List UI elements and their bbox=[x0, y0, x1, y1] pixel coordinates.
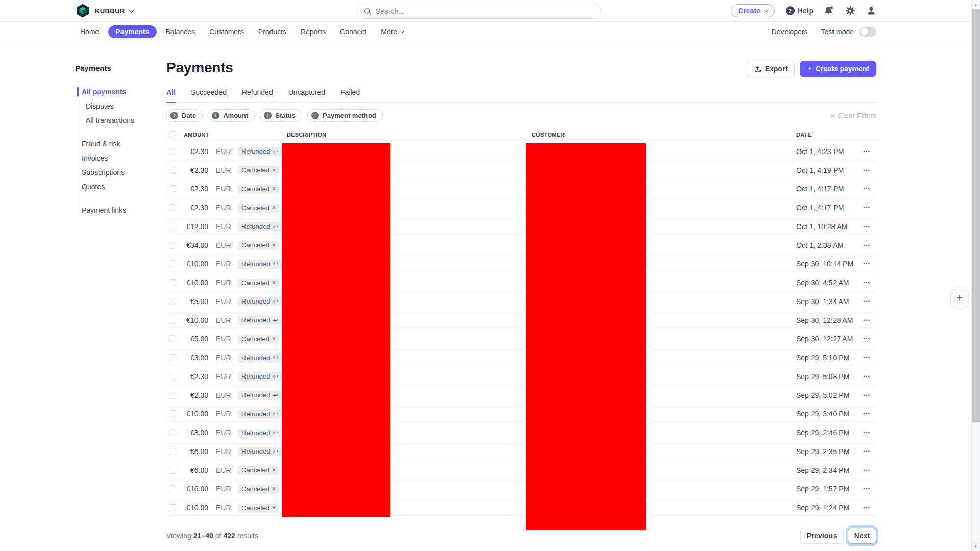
table-row[interactable]: €34.00EURCanceled×Oct 1, 2:38 AM••• bbox=[166, 236, 876, 255]
row-menu-button[interactable]: ••• bbox=[857, 280, 876, 285]
row-checkbox[interactable] bbox=[169, 298, 176, 305]
create-payment-button[interactable]: + Create payment bbox=[800, 61, 876, 77]
row-checkbox[interactable] bbox=[169, 185, 176, 192]
table-row[interactable]: €10.00EURRefunded↩Sep 30, 10:14 PM••• bbox=[166, 255, 876, 274]
row-menu-button[interactable]: ••• bbox=[857, 411, 876, 416]
notifications-button[interactable] bbox=[824, 6, 835, 16]
next-button[interactable]: Next bbox=[848, 528, 876, 544]
row-menu-button[interactable]: ••• bbox=[857, 243, 876, 248]
row-menu-button[interactable]: ••• bbox=[857, 261, 876, 266]
table-row[interactable]: €6.00EURCanceled×Sep 29, 2:34 PM••• bbox=[166, 461, 876, 480]
account-switcher[interactable]: KUBBUR bbox=[75, 3, 133, 18]
filter-chip-payment-method[interactable]: +Payment method bbox=[307, 109, 383, 122]
row-menu-button[interactable]: ••• bbox=[857, 224, 876, 229]
nav-item-balances[interactable]: Balances bbox=[161, 25, 201, 38]
row-checkbox[interactable] bbox=[169, 467, 176, 474]
sidebar-item-all-transactions[interactable]: All transactions bbox=[82, 113, 166, 128]
table-row[interactable]: €2.30EURRefunded↩Oct 1, 4:23 PM••• bbox=[166, 142, 876, 161]
row-checkbox[interactable] bbox=[169, 260, 176, 267]
table-row[interactable]: €10.00EURRefunded↩Sep 30, 12:28 AM••• bbox=[166, 311, 876, 330]
row-checkbox[interactable] bbox=[169, 148, 176, 155]
row-checkbox[interactable] bbox=[169, 223, 176, 230]
row-checkbox[interactable] bbox=[169, 448, 176, 455]
row-menu-button[interactable]: ••• bbox=[857, 486, 876, 491]
table-row[interactable]: €12.00EURRefunded↩Oct 1, 10:28 AM••• bbox=[166, 217, 876, 236]
tab-succeeded[interactable]: Succeeded bbox=[191, 88, 227, 102]
scroll-down-arrow[interactable]: ▼ bbox=[972, 542, 980, 550]
row-menu-button[interactable]: ••• bbox=[857, 205, 876, 210]
tab-refunded[interactable]: Refunded bbox=[242, 88, 273, 102]
row-menu-button[interactable]: ••• bbox=[857, 336, 876, 341]
row-menu-button[interactable]: ••• bbox=[857, 149, 876, 154]
table-row[interactable]: €2.30EURRefunded↩Sep 29, 5:08 PM••• bbox=[166, 367, 876, 386]
filter-chip-amount[interactable]: +Amount bbox=[208, 109, 255, 122]
table-row[interactable]: €10.00EURCanceled×Sep 30, 4:52 AM••• bbox=[166, 273, 876, 292]
table-row[interactable]: €2.30EURCanceled×Oct 1, 4:19 PM••• bbox=[166, 161, 876, 180]
filter-chip-status[interactable]: +Status bbox=[260, 109, 302, 122]
row-checkbox[interactable] bbox=[169, 410, 176, 417]
nav-item-more[interactable]: More bbox=[376, 25, 409, 38]
table-row[interactable]: €16.00EURCanceled×Sep 29, 1:57 PM••• bbox=[166, 480, 876, 499]
row-menu-button[interactable]: ••• bbox=[857, 468, 876, 473]
account-menu-button[interactable] bbox=[866, 6, 876, 16]
row-checkbox[interactable] bbox=[169, 392, 176, 399]
nav-item-home[interactable]: Home bbox=[75, 25, 104, 38]
row-menu-button[interactable]: ••• bbox=[857, 374, 876, 379]
test-mode-toggle[interactable] bbox=[859, 27, 876, 37]
row-checkbox[interactable] bbox=[169, 279, 176, 286]
row-checkbox[interactable] bbox=[169, 167, 176, 174]
floating-add-button[interactable]: + bbox=[950, 289, 969, 307]
tab-uncaptured[interactable]: Uncaptured bbox=[288, 88, 325, 102]
sidebar-item-subscriptions[interactable]: Subscriptions bbox=[82, 165, 166, 180]
scrollbar-thumb[interactable] bbox=[972, 9, 980, 422]
row-menu-button[interactable]: ••• bbox=[857, 449, 876, 454]
table-row[interactable]: €5.00EURCanceled×Sep 30, 12:27 AM••• bbox=[166, 330, 876, 349]
tab-all[interactable]: All bbox=[166, 88, 176, 102]
row-checkbox[interactable] bbox=[169, 242, 176, 249]
row-menu-button[interactable]: ••• bbox=[857, 430, 876, 435]
row-checkbox[interactable] bbox=[169, 317, 176, 324]
sidebar-item-disputes[interactable]: Disputes bbox=[82, 99, 166, 113]
row-menu-button[interactable]: ••• bbox=[857, 505, 876, 510]
table-row[interactable]: €10.00EURCanceled×Sep 29, 1:24 PM••• bbox=[166, 498, 876, 517]
row-checkbox[interactable] bbox=[169, 373, 176, 380]
select-all-checkbox[interactable] bbox=[169, 131, 176, 138]
row-menu-button[interactable]: ••• bbox=[857, 355, 876, 360]
table-row[interactable]: €2.30EURCanceled×Oct 1, 4:17 PM••• bbox=[166, 198, 876, 217]
row-checkbox[interactable] bbox=[169, 204, 176, 211]
global-search[interactable] bbox=[357, 4, 601, 19]
sidebar-item-all-payments[interactable]: All payments bbox=[82, 85, 166, 99]
search-input[interactable] bbox=[376, 7, 595, 15]
create-button[interactable]: Create bbox=[731, 4, 775, 17]
row-checkbox[interactable] bbox=[169, 504, 176, 511]
table-row[interactable]: €5.00EURRefunded↩Sep 30, 1:34 AM••• bbox=[166, 292, 876, 311]
previous-button[interactable]: Previous bbox=[800, 528, 844, 544]
tab-failed[interactable]: Failed bbox=[340, 88, 360, 102]
row-menu-button[interactable]: ••• bbox=[857, 186, 876, 191]
table-row[interactable]: €3.00EURRefunded↩Sep 29, 5:10 PM••• bbox=[166, 348, 876, 367]
row-menu-button[interactable]: ••• bbox=[857, 393, 876, 398]
page-scrollbar[interactable]: ▲ ▼ bbox=[971, 0, 980, 551]
export-button[interactable]: Export bbox=[747, 61, 795, 77]
row-checkbox[interactable] bbox=[169, 354, 176, 361]
sidebar-item-payment-links[interactable]: Payment links bbox=[82, 203, 166, 217]
table-row[interactable]: €2.30EURCanceled×Oct 1, 4:17 PM••• bbox=[166, 180, 876, 199]
nav-item-payments[interactable]: Payments bbox=[108, 25, 156, 38]
clear-filters-button[interactable]: × Clear Filters bbox=[830, 112, 876, 120]
table-row[interactable]: €2.30EURRefunded↩Sep 29, 5:02 PM••• bbox=[166, 386, 876, 405]
nav-item-products[interactable]: Products bbox=[253, 25, 291, 38]
row-checkbox[interactable] bbox=[169, 429, 176, 436]
settings-button[interactable] bbox=[845, 6, 855, 16]
row-menu-button[interactable]: ••• bbox=[857, 318, 876, 323]
sidebar-item-fraud-risk[interactable]: Fraud & risk bbox=[82, 137, 166, 151]
nav-item-customers[interactable]: Customers bbox=[204, 25, 249, 38]
row-menu-button[interactable]: ••• bbox=[857, 299, 876, 304]
scroll-up-arrow[interactable]: ▲ bbox=[972, 1, 980, 9]
table-row[interactable]: €6.00EURRefunded↩Sep 29, 2:35 PM••• bbox=[166, 442, 876, 461]
table-row[interactable]: €10.00EURRefunded↩Sep 29, 3:40 PM••• bbox=[166, 405, 876, 424]
help-button[interactable]: ? Help bbox=[786, 6, 813, 15]
row-checkbox[interactable] bbox=[169, 335, 176, 342]
row-checkbox[interactable] bbox=[169, 485, 176, 492]
nav-item-connect[interactable]: Connect bbox=[335, 25, 372, 38]
nav-item-reports[interactable]: Reports bbox=[296, 25, 331, 38]
